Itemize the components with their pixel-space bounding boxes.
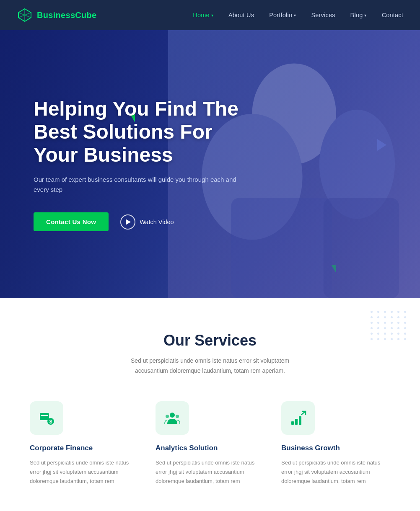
nav-link-contact[interactable]: Contact: [382, 12, 403, 18]
services-section-desc: Sed ut perspiciatis unde omnis iste natu…: [114, 356, 306, 376]
service-icon-analytics: [156, 401, 189, 435]
service-card-desc-growth: Sed ut perspiciatis unde omnis iste natu…: [281, 458, 390, 486]
service-card-title-finance: Corporate Finance: [30, 444, 139, 452]
logo-icon: [17, 7, 33, 23]
service-card-desc-analytics: Sed ut perspiciatis unde omnis iste natu…: [156, 458, 264, 486]
hero-buttons: Contact Us Now Watch Video: [34, 212, 260, 231]
services-section-title: Our Services: [25, 332, 395, 349]
service-card-title-growth: Business Growth: [281, 444, 390, 452]
service-card-analytics: Analytics Solution Sed ut perspiciatis u…: [156, 401, 264, 486]
services-grid: $ Corporate Finance Sed ut perspiciatis …: [30, 401, 390, 486]
svg-rect-7: [41, 415, 48, 416]
svg-rect-6: [40, 413, 49, 420]
svg-point-10: [170, 413, 175, 418]
hero-section: Helping You Find The Best Solutions For …: [0, 30, 420, 298]
chevron-down-icon: ▾: [364, 13, 366, 18]
deco-dots: [371, 311, 407, 340]
nav-link-about[interactable]: About Us: [228, 12, 254, 18]
nav-link-services[interactable]: Services: [311, 12, 335, 18]
hero-content: Helping You Find The Best Solutions For …: [0, 97, 293, 232]
svg-point-12: [176, 415, 179, 418]
svg-text:$: $: [49, 419, 52, 425]
navbar: BusinessCube Home ▾ About Us Portfolio ▾…: [0, 0, 420, 30]
svg-point-11: [166, 415, 169, 418]
svg-rect-13: [291, 421, 294, 425]
service-card-title-analytics: Analytics Solution: [156, 444, 264, 452]
nav-link-home[interactable]: Home ▾: [193, 12, 213, 18]
nav-item-about[interactable]: About Us: [228, 12, 254, 18]
service-icon-finance: $: [30, 401, 63, 435]
play-icon: [120, 214, 135, 230]
logo[interactable]: BusinessCube: [17, 7, 97, 23]
nav-link-portfolio[interactable]: Portfolio ▾: [269, 12, 296, 18]
nav-item-home[interactable]: Home ▾: [193, 12, 213, 18]
services-header: Our Services Sed ut perspiciatis unde om…: [25, 332, 395, 376]
nav-item-services[interactable]: Services: [311, 12, 335, 18]
nav-item-blog[interactable]: Blog ▾: [350, 12, 367, 18]
nav-links: Home ▾ About Us Portfolio ▾ Services Blo…: [193, 12, 403, 18]
chevron-down-icon: ▾: [294, 13, 296, 18]
hero-title: Helping You Find The Best Solutions For …: [34, 97, 260, 167]
logo-text: BusinessCube: [37, 10, 97, 20]
nav-link-blog[interactable]: Blog ▾: [350, 12, 367, 18]
svg-rect-14: [295, 419, 298, 425]
service-card-growth: Business Growth Sed ut perspiciatis unde…: [281, 401, 390, 486]
svg-rect-5: [324, 198, 399, 298]
service-card-desc-finance: Sed ut perspiciatis unde omnis iste natu…: [30, 458, 139, 486]
chevron-down-icon: ▾: [211, 13, 213, 18]
nav-item-contact[interactable]: Contact: [382, 12, 403, 18]
nav-item-portfolio[interactable]: Portfolio ▾: [269, 12, 296, 18]
svg-rect-15: [299, 416, 301, 425]
services-section: Our Services Sed ut perspiciatis unde om…: [0, 298, 420, 511]
watch-video-label: Watch Video: [140, 219, 174, 225]
service-icon-growth: [281, 401, 315, 435]
watch-video-button[interactable]: Watch Video: [120, 214, 174, 230]
hero-subtitle: Our team of expert business consultants …: [34, 175, 243, 195]
contact-us-now-button[interactable]: Contact Us Now: [34, 212, 109, 231]
service-card-finance: $ Corporate Finance Sed ut perspiciatis …: [30, 401, 139, 486]
